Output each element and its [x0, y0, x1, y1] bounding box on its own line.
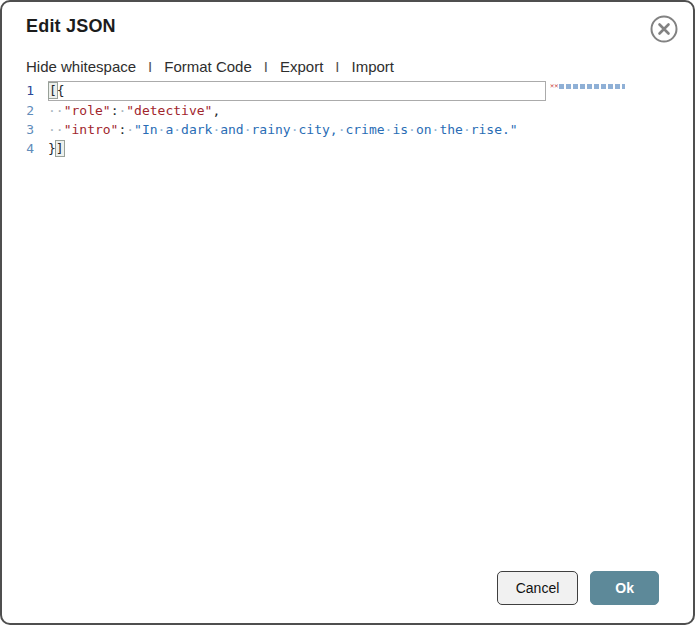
lint-annotation-text [559, 84, 625, 89]
menu-separator: I [264, 58, 268, 75]
code-content: ··"role":·"detective", [48, 101, 693, 120]
menu-format-code[interactable]: Format Code [164, 58, 252, 75]
line-number: 2 [2, 101, 48, 120]
edit-json-dialog: Edit JSON Hide whitespace I Format Code … [0, 0, 695, 625]
menu-export[interactable]: Export [280, 58, 323, 75]
dialog-footer: Cancel Ok [497, 571, 659, 605]
lint-marker-icon: ✕✕ [550, 82, 559, 90]
code-line-2[interactable]: 2 ··"role":·"detective", [2, 101, 693, 120]
dialog-header: Edit JSON [2, 2, 693, 44]
menu-separator: I [148, 58, 152, 75]
code-content: [{✕✕ [48, 81, 693, 101]
code-line-1[interactable]: 1 [{✕✕ [2, 81, 693, 101]
close-icon [649, 14, 679, 44]
code-line-3[interactable]: 3 ··"intro":·"In·a·dark·and·rainy·city,·… [2, 120, 693, 139]
ok-button[interactable]: Ok [590, 571, 659, 605]
menu-import[interactable]: Import [351, 58, 394, 75]
menu-hide-whitespace[interactable]: Hide whitespace [26, 58, 136, 75]
active-line-box: [{ [48, 81, 546, 101]
lint-annotation: ✕✕ [550, 82, 625, 101]
code-line-4[interactable]: 4 }] [2, 139, 693, 158]
json-editor[interactable]: 1 [{✕✕ 2 ··"role":·"detective", 3 ··"int… [2, 79, 693, 158]
line-number: 1 [2, 81, 48, 100]
close-button[interactable] [649, 14, 679, 44]
line-number: 4 [2, 139, 48, 158]
code-content: ··"intro":·"In·a·dark·and·rainy·city,·cr… [48, 120, 693, 139]
dialog-title: Edit JSON [26, 16, 116, 37]
cancel-button[interactable]: Cancel [497, 571, 579, 605]
menu-separator: I [335, 58, 339, 75]
line-number: 3 [2, 120, 48, 139]
toolbar: Hide whitespace I Format Code I Export I… [2, 44, 693, 79]
code-content: }] [48, 139, 693, 158]
